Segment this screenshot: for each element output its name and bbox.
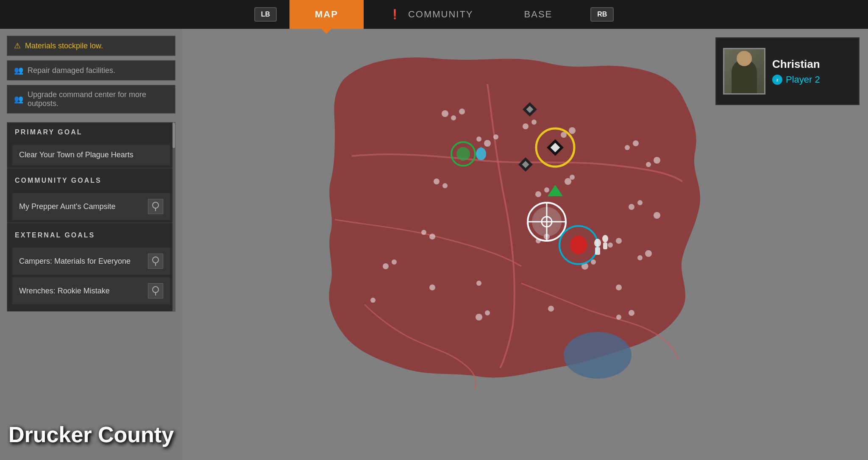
svg-point-71 [572, 239, 579, 246]
svg-point-35 [608, 243, 613, 248]
svg-point-7 [564, 332, 632, 379]
svg-point-36 [616, 238, 622, 244]
svg-point-51 [629, 310, 634, 316]
svg-point-46 [370, 298, 376, 303]
svg-point-17 [569, 127, 576, 134]
external-goal-header: EXTERNAL GOALS [7, 226, 175, 245]
svg-point-8 [442, 110, 448, 117]
svg-point-12 [484, 140, 491, 147]
goals-panel: PRIMARY GOAL Clear Your Town of Plague H… [7, 122, 175, 312]
svg-point-41 [429, 284, 435, 290]
map-area[interactable]: Christian 2 Player 2 [182, 29, 868, 460]
svg-point-21 [654, 157, 660, 164]
svg-point-48 [485, 310, 490, 315]
nav-tabs-container: LB Map ❗ Community Base RB [242, 0, 627, 29]
svg-point-38 [645, 250, 652, 257]
svg-point-49 [548, 306, 554, 312]
left-panel: ⚠ Materials stockpile low. 👥 Repair dama… [0, 29, 182, 460]
svg-point-0 [153, 202, 159, 208]
player-info: Christian 2 Player 2 [772, 58, 852, 85]
svg-point-14 [523, 123, 529, 129]
external-goal-item-2[interactable]: Wrenches: Rookie Mistake [12, 277, 170, 304]
community-alert-icon: ❗ [389, 9, 401, 20]
svg-point-50 [616, 315, 621, 320]
svg-point-22 [434, 178, 440, 184]
svg-point-24 [535, 191, 541, 197]
svg-point-28 [629, 204, 634, 210]
svg-rect-74 [595, 247, 600, 255]
svg-point-45 [616, 284, 622, 290]
player-badge-icon: 2 [772, 75, 782, 85]
player-avatar-background [724, 49, 764, 93]
svg-point-25 [544, 187, 549, 192]
svg-point-9 [451, 115, 456, 120]
goals-scrollbar-thumb[interactable] [172, 123, 175, 148]
pin-icon-3[interactable] [148, 283, 163, 298]
top-navigation: LB Map ❗ Community Base RB [0, 0, 868, 29]
community-goal-header: COMMUNITY GOALS [7, 171, 175, 190]
svg-point-20 [646, 162, 651, 167]
tab-base[interactable]: Base [499, 0, 578, 29]
alert-repair: 👥 Repair damaged facilities. [7, 60, 175, 81]
player-name: Christian [772, 58, 852, 71]
svg-point-42 [476, 281, 481, 286]
tab-community[interactable]: ❗ Community [364, 0, 499, 29]
warning-icon: ⚠ [14, 41, 21, 50]
primary-goal-item[interactable]: Clear Your Town of Plague Hearts [12, 145, 170, 165]
svg-point-13 [493, 134, 498, 139]
svg-point-10 [459, 109, 465, 114]
svg-point-32 [429, 234, 435, 240]
svg-point-75 [602, 235, 608, 243]
rb-button[interactable]: RB [590, 7, 614, 22]
svg-text:2: 2 [776, 78, 778, 82]
player-avatar-head [737, 51, 752, 66]
player-card: Christian 2 Player 2 [715, 37, 860, 105]
svg-point-26 [565, 178, 571, 185]
primary-goal-header: PRIMARY GOAL [7, 123, 175, 142]
svg-point-39 [383, 263, 389, 269]
external-goal-item-1[interactable]: Campers: Materials for Everyone [12, 248, 170, 275]
svg-point-27 [570, 175, 575, 180]
tab-map[interactable]: Map [289, 0, 364, 29]
svg-point-31 [421, 230, 426, 235]
svg-point-15 [531, 120, 537, 125]
pin-icon-2[interactable] [148, 254, 163, 269]
goals-divider-2 [7, 223, 175, 223]
svg-point-30 [654, 212, 660, 219]
player-badge-text: Player 2 [786, 74, 820, 85]
player-avatar-figure [732, 59, 757, 93]
svg-point-70 [570, 236, 587, 254]
svg-point-29 [637, 200, 643, 205]
lb-button[interactable]: LB [254, 7, 277, 22]
svg-point-18 [625, 145, 630, 150]
svg-point-2 [153, 257, 159, 263]
goals-scrollbar[interactable] [172, 123, 175, 311]
goals-spacer [7, 307, 175, 311]
repair-icon: 👥 [14, 66, 23, 75]
svg-point-37 [637, 255, 643, 260]
svg-point-72 [578, 239, 585, 246]
svg-point-23 [442, 183, 448, 188]
svg-point-40 [392, 259, 397, 265]
community-goal-item-1[interactable]: My Prepper Aunt's Campsite [12, 193, 170, 220]
svg-point-47 [476, 314, 482, 321]
pin-icon-1[interactable] [148, 199, 163, 214]
svg-point-4 [153, 287, 159, 293]
svg-rect-76 [603, 243, 607, 249]
goals-divider-1 [7, 168, 175, 168]
player-avatar [723, 48, 765, 95]
svg-point-60 [456, 147, 470, 161]
player-badge: 2 Player 2 [772, 74, 852, 85]
svg-point-11 [476, 137, 481, 142]
alert-upgrade: 👥 Upgrade command center for more outpos… [7, 85, 175, 114]
svg-point-44 [591, 259, 596, 265]
upgrade-icon: 👥 [14, 95, 23, 104]
svg-point-73 [594, 239, 601, 247]
goals-scroll: PRIMARY GOAL Clear Your Town of Plague H… [7, 123, 175, 311]
location-title: Drucker County [8, 422, 174, 447]
svg-point-19 [633, 140, 639, 146]
alert-materials: ⚠ Materials stockpile low. [7, 36, 175, 56]
